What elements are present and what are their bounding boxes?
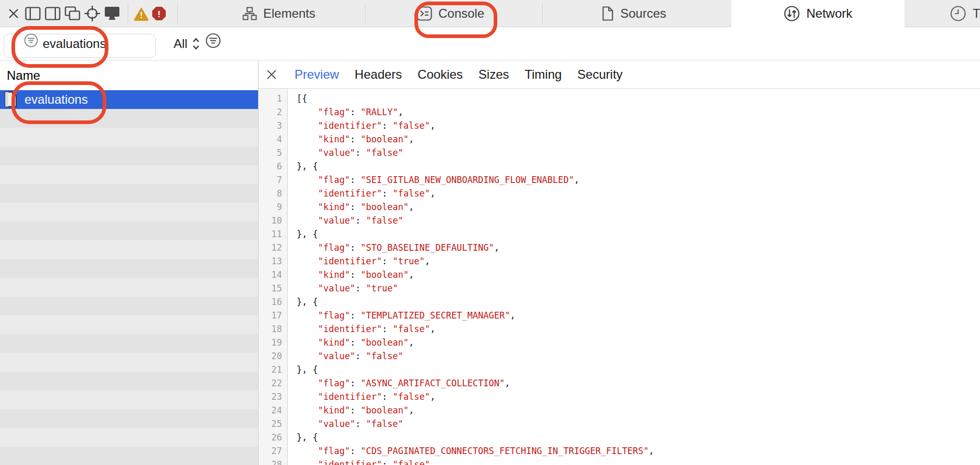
json-string-token: "value" [318, 351, 356, 361]
element-picker-button[interactable] [83, 0, 101, 27]
tab-elements[interactable]: Elements [242, 0, 315, 27]
line-number: 6 [259, 160, 287, 173]
close-icon [7, 7, 20, 20]
empty-row-stripe [0, 128, 258, 146]
json-punctuation-token: : [382, 120, 393, 131]
detail-tab-cookies[interactable]: Cookies [418, 67, 463, 82]
json-string-token: "boolean" [361, 405, 409, 415]
crosshair-icon [84, 6, 100, 21]
empty-row-stripe [0, 203, 258, 222]
json-punctuation-token: , [409, 134, 414, 144]
line-number: 20 [259, 349, 287, 363]
json-punctuation-token [297, 215, 318, 226]
tab-timelines-partial[interactable]: T [950, 0, 980, 27]
empty-row-stripe [0, 297, 258, 315]
code-line: [{ [297, 92, 980, 105]
json-string-token: "false" [393, 324, 430, 334]
warnings-button[interactable]: ! [133, 0, 150, 27]
empty-row-stripe [0, 259, 258, 278]
json-punctuation-token [297, 459, 318, 465]
json-string-token: "boolean" [361, 337, 409, 348]
json-punctuation-token [297, 351, 318, 361]
empty-row-stripe [0, 165, 258, 184]
json-string-token: "identifier" [318, 459, 382, 465]
tab-separator-2 [542, 3, 543, 24]
code-line: "value": "true" [297, 282, 980, 295]
svg-text:!: ! [140, 10, 143, 20]
json-string-token: "boolean" [361, 270, 409, 280]
elements-icon [242, 7, 257, 20]
code-line: "kind": "boolean", [297, 132, 980, 146]
json-preview-content[interactable]: [{ "flag": "RALLY", "identifier": "false… [288, 89, 980, 465]
undock-button[interactable] [64, 0, 81, 27]
code-line: }, { [297, 295, 980, 309]
tab-network[interactable]: Network [731, 0, 904, 27]
filter-options-button[interactable] [205, 33, 221, 48]
code-line: "flag": "SEI_GITLAB_NEW_ONBOARDING_FLOW_… [297, 173, 980, 187]
close-inspector-button[interactable] [6, 0, 21, 27]
errors-button[interactable]: ! [151, 0, 167, 27]
code-line: "identifier": "false", [297, 390, 980, 403]
detail-tab-preview[interactable]: Preview [295, 67, 339, 82]
detail-tab-security[interactable]: Security [578, 67, 623, 82]
detail-tab-timing[interactable]: Timing [524, 67, 561, 82]
line-number: 22 [259, 376, 287, 390]
code-line: "flag": "CDS_PAGINATED_CONNECTORS_FETCHI… [297, 444, 980, 458]
tab-elements-label: Elements [263, 6, 315, 21]
error-octagon-icon: ! [152, 6, 166, 21]
json-string-token: "ASYNC_ARTIFACT_COLLECTION" [361, 378, 505, 388]
json-punctuation-token: : [350, 310, 360, 321]
json-punctuation-token: : [350, 405, 360, 415]
json-punctuation-token: , [409, 270, 414, 280]
json-punctuation-token: }, { [297, 432, 318, 443]
json-punctuation-token: , [430, 188, 435, 199]
code-line: "flag": "ASYNC_ARTIFACT_COLLECTION", [297, 376, 980, 390]
code-line: "flag": "RALLY", [297, 105, 980, 119]
json-string-token: "kind" [318, 337, 350, 348]
resource-type-dropdown[interactable]: All [174, 27, 200, 60]
clock-icon [950, 5, 966, 22]
code-line: "value": "false" [297, 417, 980, 431]
code-line: "flag": "TEMPLATIZED_SECRET_MANAGER", [297, 309, 980, 322]
json-string-token: "kind" [318, 202, 350, 212]
line-number: 16 [259, 295, 287, 309]
json-punctuation-token [297, 202, 318, 212]
dock-right-button[interactable] [44, 0, 62, 27]
detail-tabs: Preview Headers Cookies Sizes Timing Sec… [295, 60, 622, 89]
toolbar-separator [128, 3, 128, 24]
line-number: 25 [259, 417, 287, 431]
stepper-chevrons-icon [192, 37, 200, 51]
device-settings-button[interactable] [103, 0, 121, 27]
empty-row-stripe [0, 409, 258, 428]
json-punctuation-token [297, 188, 318, 199]
json-string-token: "flag" [318, 378, 350, 388]
empty-row-stripe [0, 146, 258, 165]
json-punctuation-token [297, 419, 318, 429]
json-punctuation-token [297, 391, 318, 402]
json-string-token: "kind" [318, 270, 350, 280]
close-detail-button[interactable] [264, 60, 279, 89]
json-punctuation-token: : [382, 188, 393, 199]
line-number: 12 [259, 241, 287, 254]
json-punctuation-token: , [398, 107, 403, 117]
json-punctuation-token: }, { [297, 364, 318, 375]
json-punctuation-token: : [350, 134, 360, 144]
json-string-token: "flag" [318, 310, 350, 321]
json-string-token: "false" [366, 351, 403, 361]
tab-timelines-label: T [973, 6, 980, 21]
tab-sources[interactable]: Sources [602, 0, 666, 27]
detail-tab-sizes[interactable]: Sizes [479, 67, 509, 82]
code-line: }, { [297, 227, 980, 241]
json-punctuation-token [297, 148, 318, 158]
json-punctuation-token: : [382, 256, 393, 266]
detail-tab-headers[interactable]: Headers [354, 67, 402, 82]
line-number: 19 [259, 336, 287, 349]
json-string-token: "false" [393, 459, 430, 465]
json-punctuation-token [297, 120, 318, 131]
json-string-token: "identifier" [318, 391, 382, 402]
code-line: }, { [297, 160, 980, 173]
code-line: "kind": "boolean", [297, 200, 980, 214]
json-punctuation-token: , [510, 310, 515, 321]
network-icon [783, 5, 800, 22]
dock-left-button[interactable] [24, 0, 42, 27]
